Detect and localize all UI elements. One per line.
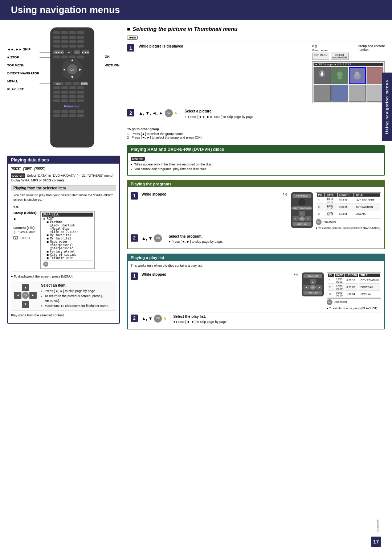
- svg-rect-13: [53, 45, 60, 48]
- playlist-step2-label: Select the play list.: [173, 315, 381, 319]
- remote-illustration: ◄◄ ◄ ■ II ► ►►: [40, 26, 105, 150]
- play-list-content: This works only when the disc contains a…: [128, 261, 384, 329]
- right-key[interactable]: ►: [29, 292, 37, 299]
- col-pg: PG: [317, 193, 325, 197]
- small-top-menu: TOP MENU: [293, 194, 311, 198]
- svg-rect-53: [77, 95, 84, 98]
- small-up[interactable]: ▲: [299, 211, 305, 216]
- prog-step2-ok[interactable]: OK: [154, 234, 162, 242]
- playlist-table-container: PL DATE LENGTH TITLE 1: [327, 272, 381, 310]
- svg-text:RETURN: RETURN: [80, 83, 88, 85]
- thumb-8: [367, 85, 384, 102]
- small-left[interactable]: ◄: [293, 216, 299, 221]
- jpeg-badge: JPEG: [34, 167, 45, 171]
- top-menu-label: TOP MENU,: [7, 63, 40, 67]
- thumbnail-section: Selecting the picture in Thumbnail menu …: [127, 26, 385, 139]
- thumb-step2-row: 2 ▲, ▼, ◄, ► OK 👆 Select a picture. Pres…: [127, 109, 385, 120]
- playing-from-selected-content: You can select to play from your desired…: [11, 191, 116, 271]
- playlist-up[interactable]: ▲: [310, 279, 316, 284]
- left-key[interactable]: ◄: [14, 292, 21, 299]
- step2-ok[interactable]: OK: [165, 109, 173, 117]
- playlist-return: ⤶RETURN: [303, 291, 322, 295]
- playlist-step2-ok[interactable]: OK: [154, 315, 162, 323]
- svg-point-77: [355, 71, 359, 76]
- pl-row-3: 3 01/0201:10 1:10:04 SPECIAL: [328, 291, 380, 297]
- jpeg-icon-badge: J: [13, 236, 18, 239]
- prog-step1: 1 While stopped e.g. TOP MENU DIRECT NAV…: [131, 190, 381, 232]
- svg-rect-54: [53, 99, 60, 102]
- group-folder-label: Group (Folder):: [13, 211, 37, 215]
- playing-data-discs-header: Playing data discs: [8, 156, 119, 164]
- prog-step2-label: Select the program.: [168, 234, 381, 238]
- ok-label: OK: [105, 55, 120, 58]
- play-list-header: Playing a play list: [128, 254, 384, 261]
- step2-bullets: Press [◄◄, ►► SKIP] to skip page by page…: [185, 115, 385, 120]
- svg-rect-62: [77, 110, 84, 113]
- playlist-left[interactable]: ◄: [303, 285, 310, 290]
- playlist-ok[interactable]: OK: [310, 285, 316, 290]
- svg-text:▲: ▲: [70, 58, 74, 62]
- prog-step2-bullet: ● Press [◄, ►] to skip page by page.: [168, 240, 381, 243]
- small-right[interactable]: ►: [305, 216, 311, 221]
- svg-point-73: [323, 73, 324, 74]
- playing-data-discs-section: Playing data discs WMA MP3 JPEG DVD-VR S…: [7, 156, 120, 324]
- playing-programs-content: 1 While stopped e.g. TOP MENU DIRECT NAV…: [128, 187, 384, 249]
- thumb-step1: 1 While picture is displayed e.g. Group …: [127, 41, 385, 106]
- play-list-section: Playing a play list This works only when…: [127, 254, 385, 329]
- prog-step2-arrows: ▲, ▼: [142, 236, 152, 241]
- left-column: ◄◄, ►► SKIP ■ STOP TOP MENU, DIRECT NAVI…: [7, 26, 120, 334]
- prog-ok-return: OK ⤶RETURN: [316, 219, 381, 225]
- step2-number: 2: [127, 109, 134, 116]
- svg-rect-49: [77, 91, 84, 94]
- vertical-label-text: Using navigation menus: [385, 80, 389, 134]
- play-starts-note: Play starts from the selected content.: [11, 313, 116, 318]
- pl-col-pl: PL: [328, 274, 334, 277]
- svg-rect-11: [69, 40, 76, 43]
- pl-col-title: TITLE: [359, 274, 380, 277]
- file-tree: Group (Folder): ▪ Content (File): ♪ : WM…: [13, 211, 37, 269]
- small-direct-nav: DIRECT NAVIGATOR: [293, 206, 311, 210]
- cursor-icon2: 👆: [163, 317, 167, 320]
- down-key[interactable]: ▼: [22, 301, 29, 308]
- ok-center-key[interactable]: OK: [22, 292, 29, 299]
- svg-rect-16: [77, 45, 84, 48]
- svg-point-72: [320, 73, 322, 74]
- playlist-right[interactable]: ►: [316, 285, 322, 290]
- svg-text:II: II: [76, 52, 78, 54]
- page-number: 17: [371, 537, 381, 547]
- svg-rect-48: [69, 91, 76, 94]
- svg-rect-55: [61, 99, 68, 102]
- playlist-step2: 2 ▲, ▼ OK 👆 Select the play list. ● Pres…: [131, 312, 381, 326]
- select-item-header: Select an item.: [41, 283, 113, 287]
- small-ok[interactable]: OK: [299, 216, 305, 221]
- col-title: TITLE: [354, 193, 380, 197]
- svg-rect-4: [77, 31, 84, 34]
- thumb-6: [331, 85, 348, 102]
- ram-dvd-section: Playing RAM and DVD-R/-RW (DVD-VR) discs…: [127, 145, 385, 176]
- svg-rect-64: [61, 114, 68, 117]
- playlist-step2-arrows: ▲, ▼: [142, 316, 152, 321]
- playlist-step1-label: While stopped: [142, 272, 290, 276]
- svg-rect-65: [69, 114, 76, 117]
- bullet-skip: Press [◄, ►] to skip page by page.: [41, 289, 113, 294]
- jpeg-bar: ◄ JPEG images ► G 1/ 1:C 3 9: [314, 63, 383, 66]
- thumb-step1-row: 1 While picture is displayed e.g. Group …: [127, 44, 385, 103]
- go-to-step1: 1 Press [▲] to select the group name.: [127, 132, 385, 136]
- svg-rect-63: [53, 114, 60, 117]
- up-key[interactable]: ▲: [22, 284, 29, 291]
- prog-step2-content: Select the program. ● Press [◄, ►] to sk…: [168, 234, 381, 243]
- menu-note: ● To display/exit the screen, press [MEN…: [11, 274, 116, 279]
- ok-btn-tree[interactable]: OK: [43, 262, 48, 267]
- prog-step1-eg: e.g.: [283, 192, 288, 196]
- ram-dvd-header: Playing RAM and DVD-R/-RW (DVD-VR) discs: [128, 146, 384, 153]
- col-length: LENGTH: [338, 193, 354, 197]
- pl-ok-btn[interactable]: OK: [327, 299, 332, 305]
- playlist-nav: ▲ ◄ OK ►: [303, 279, 322, 290]
- svg-rect-5: [53, 36, 60, 39]
- dvd-vr-ram-badge: DVD-VR: [131, 157, 145, 161]
- svg-rect-1: [53, 31, 60, 34]
- svg-rect-52: [69, 95, 76, 98]
- svg-text:OK: OK: [70, 69, 74, 71]
- table-ok-btn[interactable]: OK: [316, 219, 322, 225]
- vertical-label: Using navigation menus: [382, 73, 392, 141]
